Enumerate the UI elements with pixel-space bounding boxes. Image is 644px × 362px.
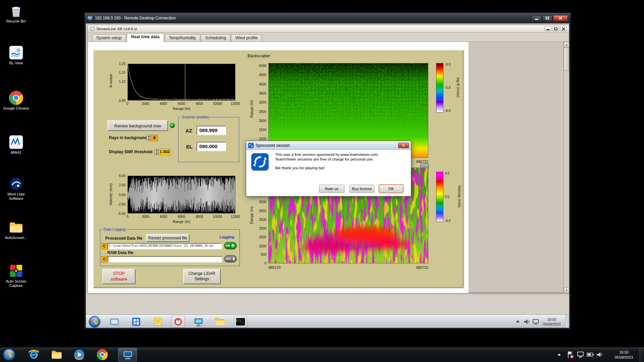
rays-value[interactable]: 8: [151, 135, 158, 141]
desktop-icon-label: Google Chrome: [0, 106, 32, 111]
stop-software-button[interactable]: STOP software: [102, 269, 136, 284]
remote-network-icon[interactable]: [532, 318, 540, 326]
desktop-icon-recycle-bin[interactable]: Recycle Bin: [0, 3, 32, 23]
axis-tick: 2500: [259, 218, 266, 222]
rdp-restore-button[interactable]: [542, 15, 552, 21]
teamviewer-icon: [248, 143, 254, 148]
remote-date: 05/08/2023: [540, 322, 564, 326]
axis-tick: 3500: [259, 91, 266, 95]
scrollbar-thumb[interactable]: [564, 47, 569, 71]
volume-icon[interactable]: [595, 350, 604, 359]
remote-tray-expand-icon[interactable]: [516, 320, 520, 322]
change-lidar-settings-button[interactable]: Change LiDAR Settings: [183, 269, 221, 284]
buy-license-button[interactable]: Buy license: [350, 185, 374, 193]
axis-tick: 2000: [259, 119, 266, 122]
toggle-knob-icon: [232, 256, 235, 261]
explorer-icon[interactable]: [51, 349, 62, 360]
chrome-taskbar-icon[interactable]: [97, 349, 108, 360]
remote-clock[interactable]: 18:50 05/08/2023: [540, 317, 564, 326]
remote-taskbar-power-button[interactable]: [171, 316, 185, 328]
remote-taskbar-folder-icon[interactable]: [215, 316, 225, 327]
remote-taskbar-window-icon[interactable]: [109, 316, 120, 327]
remote-taskbar: C:\_ 18:50 05/08/2023: [86, 314, 569, 328]
axis-tick: 8000: [196, 215, 203, 219]
change-button-line1: Change LiDAR: [184, 271, 220, 277]
rdp-minimize-button[interactable]: [532, 15, 542, 21]
toggle-off-label: OFF: [225, 257, 231, 260]
remote-start-button[interactable]: [89, 316, 101, 328]
desktop-icon-label: Wind Lidar Software: [0, 192, 32, 200]
axis-tick: 3500: [259, 200, 266, 204]
axis-tick: 10000: [213, 215, 222, 219]
processed-drive-box[interactable]: C: [101, 243, 107, 249]
tab-temp-humidity[interactable]: Temp/humidity: [165, 34, 201, 42]
snr-spinner[interactable]: [155, 149, 158, 155]
tab-system-setup[interactable]: System setup: [92, 34, 126, 42]
app-titlebar[interactable]: StreamLine XR v14-6.vi: [88, 25, 569, 33]
az-value[interactable]: 089.999: [197, 126, 226, 135]
axis-tick: -5.00: [118, 212, 125, 216]
velocity-plot[interactable]: [127, 176, 235, 214]
app-close-button[interactable]: [560, 26, 567, 31]
desktop-icon-autoscreen[interactable]: AutoScreen...: [0, 220, 32, 240]
tab-wind-profile[interactable]: Wind profile: [231, 34, 262, 42]
axis-tick: 1.10: [119, 79, 125, 83]
host-clock[interactable]: 18:50 05/08/2023: [610, 350, 638, 360]
remote-taskbar-cmd-icon[interactable]: C:\_: [234, 316, 247, 328]
processed-path-field[interactable]: C:\Lidar\Data\Proc\2023\202308\20230805\…: [108, 243, 222, 249]
axis-tick: 1.15: [119, 71, 125, 74]
raw-path-field[interactable]: [108, 256, 222, 262]
tray-expand-icon[interactable]: [557, 353, 561, 356]
axis-tick: 0.00: [119, 193, 125, 196]
wmp-icon[interactable]: [73, 349, 85, 360]
remote-show-desktop-button[interactable]: [565, 315, 569, 328]
desktop-icon-mw41[interactable]: MW41: [0, 135, 32, 155]
stop-button-line2: software: [103, 277, 135, 282]
vi-icon: [90, 26, 95, 31]
desktop-icon-auto-screen-capture[interactable]: Auto Screen Capture: [0, 263, 32, 288]
action-center-icon[interactable]: [566, 350, 575, 359]
ascope-plot[interactable]: [127, 64, 235, 101]
app-maximize-button[interactable]: [552, 26, 559, 31]
network-icon[interactable]: [576, 350, 585, 359]
vertical-scrollbar[interactable]: [564, 42, 569, 293]
show-desktop-button[interactable]: [639, 347, 644, 362]
restart-processed-file-button[interactable]: Restart processed file: [146, 234, 190, 242]
raw-logging-toggle[interactable]: OFF: [224, 255, 237, 262]
rays-spinner[interactable]: [147, 135, 150, 141]
rdp-taskbar-button[interactable]: [118, 348, 137, 361]
renew-background-button[interactable]: Renew background now: [107, 120, 168, 131]
scroll-down-icon[interactable]: [564, 288, 569, 293]
backscatter-section-title: Backscatter: [225, 53, 292, 58]
raw-drive-box[interactable]: C: [101, 256, 107, 262]
scroll-up-icon[interactable]: [564, 42, 569, 47]
monitor-icon: [122, 349, 133, 361]
desktop-icon-google-chrome[interactable]: Google Chrome: [0, 90, 32, 111]
snr-value[interactable]: 1.002: [159, 149, 171, 155]
desktop-icon-wind-lidar[interactable]: Wind Lidar Software: [0, 176, 32, 200]
host-date: 05/08/2023: [610, 355, 638, 360]
axis-tick: 6000: [178, 102, 185, 106]
desktop-icon-bl-view[interactable]: BL-View: [0, 45, 32, 65]
rate-us-button[interactable]: Rate us: [319, 185, 344, 193]
tab-real-time-data[interactable]: Real time data: [127, 33, 164, 42]
az-label: AZ: [185, 128, 192, 133]
remote-volume-icon[interactable]: [523, 318, 531, 326]
battery-icon[interactable]: [586, 350, 595, 359]
rdp-titlebar[interactable]: 192.168.0.150 - Remote Desktop Connectio…: [85, 13, 571, 23]
app-minimize-button[interactable]: [544, 26, 551, 31]
processed-logging-toggle[interactable]: ON: [224, 242, 237, 249]
el-value[interactable]: 090.000: [197, 142, 226, 151]
start-button[interactable]: [3, 348, 15, 361]
ie-icon[interactable]: [28, 349, 40, 360]
dialog-close-button[interactable]: [398, 143, 409, 148]
backscatter-colorbar-ticks: -3.0-5.5-8.0: [445, 63, 457, 113]
rdp-close-button[interactable]: [553, 15, 568, 21]
remote-taskbar-capture-icon[interactable]: [193, 316, 204, 327]
axis-tick: -2.50: [118, 202, 125, 206]
ok-button[interactable]: OK: [379, 185, 403, 193]
dialog-titlebar[interactable]: Sponsored session: [246, 141, 411, 150]
remote-taskbar-notes-icon[interactable]: [152, 316, 163, 327]
tab-scheduling[interactable]: Scheduling: [201, 34, 230, 42]
remote-taskbar-app-icon[interactable]: [131, 316, 142, 327]
